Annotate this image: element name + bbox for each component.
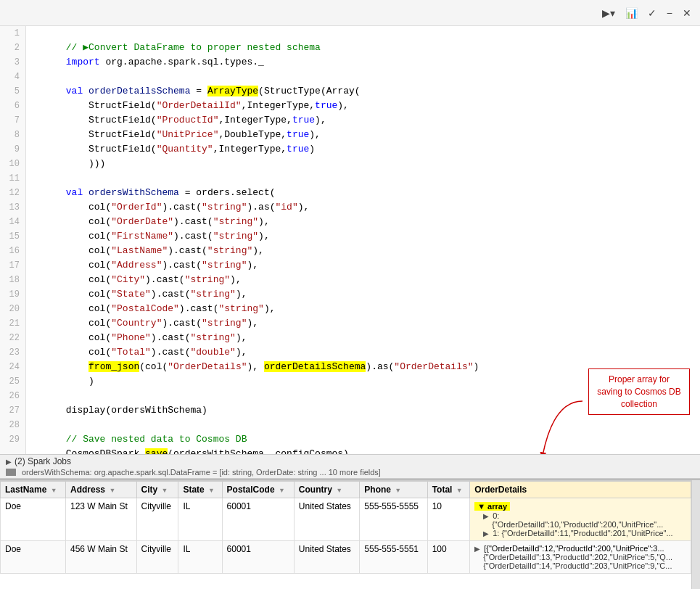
code-line-1: // ▶Convert DataFrame to proper nested s… — [32, 26, 694, 41]
cell-state-1: IL — [178, 498, 222, 541]
col-header-country[interactable]: Country ▼ — [294, 482, 359, 498]
toolbar: ▶▾ 📊 ✓ − ✕ — [0, 0, 700, 26]
cell-postalcode-1: 60001 — [222, 498, 294, 541]
col-header-orderdetails[interactable]: OrderDetails — [470, 482, 691, 498]
check-button[interactable]: ✓ — [645, 6, 659, 20]
cell-state-2: IL — [178, 541, 222, 574]
chart-button[interactable]: 📊 — [622, 6, 641, 20]
cell-country-2: United States — [294, 541, 359, 574]
cell-total-1: 10 — [427, 498, 470, 541]
expand-icon[interactable]: ▶ — [483, 512, 489, 520]
schema-icon — [6, 469, 16, 476]
col-header-lastname[interactable]: LastName ▼ — [1, 482, 66, 498]
code-line-11: val ordersWithSchema = orders.select( — [32, 171, 694, 186]
cell-total-2: 100 — [427, 541, 470, 574]
cell-phone-2: 555-555-5551 — [360, 541, 427, 574]
array-item-2-1: {"OrderDetailId":14,"ProductId":203,"Uni… — [483, 561, 686, 570]
close-button[interactable]: ✕ — [680, 6, 694, 20]
callout-box: Proper array for saving to Cosmos DB col… — [588, 368, 690, 415]
array-label-1: ▼ array — [474, 502, 510, 511]
col-header-postalcode[interactable]: PostalCode ▼ — [222, 482, 294, 498]
code-line-10 — [32, 157, 694, 171]
col-header-address[interactable]: Address ▼ — [66, 482, 137, 498]
code-line-28: // Save nested data to Cosmos DB — [32, 418, 694, 432]
array-item-2-0: {"OrderDetailId":13,"ProductId":202,"Uni… — [483, 553, 686, 561]
schema-info: ordersWithSchema: org.apache.spark.sql.D… — [22, 468, 381, 477]
cell-address-2: 456 W Main St — [66, 541, 137, 574]
array-row-2-label: ▶ [{"OrderDetailId":12,"ProductId":200,"… — [474, 544, 686, 553]
data-table-container[interactable]: LastName ▼ Address ▼ City ▼ State ▼ Post… — [0, 480, 691, 589]
callout-arrow — [532, 398, 590, 454]
cell-orderdetails-1: ▼ array ▶ 0: {"OrderDetailId":10,"Produc… — [470, 498, 691, 541]
cell-postalcode-2: 60001 — [222, 541, 294, 574]
array-item-1-0-val: {"OrderDetailId":10,"ProductId":200,"Uni… — [492, 520, 686, 529]
cell-country-1: United States — [294, 498, 359, 541]
callout-text: Proper array for saving to Cosmos DB col… — [597, 374, 680, 409]
convert-text: ▶ — [83, 42, 88, 53]
col-header-phone[interactable]: Phone ▼ — [360, 482, 427, 498]
table-header-row: LastName ▼ Address ▼ City ▼ State ▼ Post… — [1, 482, 691, 498]
code-line-4: val orderDetailsSchema = ArrayType(Struc… — [32, 70, 694, 84]
cell-orderdetails-2: ▶ [{"OrderDetailId":12,"ProductId":200,"… — [470, 541, 691, 574]
spark-jobs-label: (2) Spark Jobs — [15, 456, 71, 466]
spark-jobs-bar: ▶ (2) Spark Jobs ordersWithSchema: org.a… — [0, 454, 700, 479]
vertical-scrollbar[interactable] — [691, 480, 700, 589]
cell-city-2: Cityville — [136, 541, 178, 574]
expand-icon-2[interactable]: ▶ — [483, 530, 489, 537]
col-header-city[interactable]: City ▼ — [136, 482, 178, 498]
cell-city-1: Cityville — [136, 498, 178, 541]
col-header-total[interactable]: Total ▼ — [427, 482, 470, 498]
col-header-state[interactable]: State ▼ — [178, 482, 222, 498]
array-item-1-1: ▶ 1: {"OrderDetailId":11,"ProductId":201… — [483, 529, 686, 537]
code-editor: 12345 678910 1112131415 1617181920 21222… — [0, 26, 700, 454]
cell-phone-1: 555-555-5555 — [360, 498, 427, 541]
results-table: LastName ▼ Address ▼ City ▼ State ▼ Post… — [0, 481, 691, 574]
table-row: Doe 456 W Main St Cityville IL 60001 Uni… — [1, 541, 691, 574]
cell-address-1: 123 W Main St — [66, 498, 137, 541]
line-numbers: 12345 678910 1112131415 1617181920 21222… — [0, 26, 26, 454]
table-row: Doe 123 W Main St Cityville IL 60001 Uni… — [1, 498, 691, 541]
cell-lastname-2: Doe — [1, 541, 66, 574]
cell-lastname-1: Doe — [1, 498, 66, 541]
array-item-1-0: ▶ 0: — [483, 511, 686, 520]
run-button[interactable]: ▶▾ — [599, 6, 618, 20]
spark-jobs-arrow[interactable]: ▶ — [6, 458, 12, 466]
minimize-button[interactable]: − — [664, 6, 675, 20]
data-table-section: LastName ▼ Address ▼ City ▼ State ▼ Post… — [0, 479, 700, 589]
